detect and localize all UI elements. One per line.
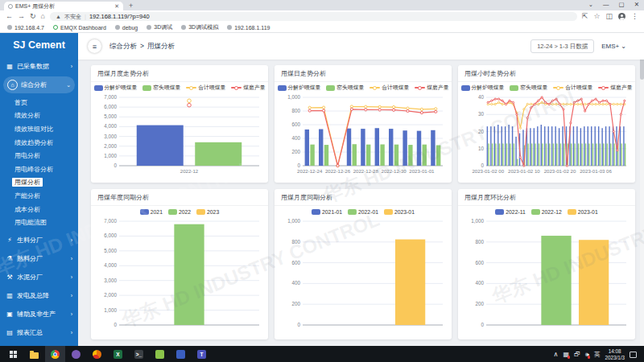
sidebar-item-capacity[interactable]: 产能分析 xyxy=(0,189,78,203)
window-close-icon[interactable]: ✕ xyxy=(634,1,639,8)
sidebar-submenu: 首页 绩效分析 绩效班组对比 绩效趋势分析 用电分析 用电峰谷分析 用煤分析 产… xyxy=(0,94,78,231)
bookmark-item[interactable]: 3D调试 xyxy=(147,23,172,31)
notification-center-icon[interactable] xyxy=(630,352,637,358)
legend-item[interactable]: 窑头喂煤量 xyxy=(326,84,364,92)
chart-canvas[interactable]: 02004006008001,000 xyxy=(462,217,631,335)
tray-display-icon[interactable]: 🗗 xyxy=(574,352,580,358)
profile-avatar[interactable] xyxy=(618,13,625,20)
sidebar-item-team-compare[interactable]: 绩效班组对比 xyxy=(0,122,78,136)
legend-item[interactable]: 2023-01 xyxy=(384,209,415,215)
sidebar-item-collected-data[interactable]: ▦ 已采集数据 › xyxy=(0,57,78,76)
system-tray: ∧ ▦ 🗗 🕪 英 14:08 2023/1/3 xyxy=(554,348,641,360)
page-scrollbar[interactable] xyxy=(640,33,644,346)
excel-button[interactable]: X xyxy=(108,346,128,362)
home-icon[interactable]: ⌂ xyxy=(41,13,45,20)
browser-tab[interactable]: EMS+ 用煤分析 ✕ xyxy=(4,2,123,10)
bookmark-item[interactable]: 192.168.1.119 xyxy=(227,25,270,31)
user-dropdown[interactable]: EMS+ ⌄ xyxy=(601,43,626,50)
sidebar-item-performance-trend[interactable]: 绩效趋势分析 xyxy=(0,136,78,150)
browser-tabstrip: EMS+ 用煤分析 ✕ + ⌄ — ▢ ✕ xyxy=(0,0,644,10)
side-panel-icon[interactable]: ◫ xyxy=(605,13,613,20)
chart-canvas[interactable]: 01,0002,0003,0004,0005,0006,0007,0002022… xyxy=(95,93,264,175)
legend-item[interactable]: 煤磨产量 xyxy=(598,84,632,92)
legend-item[interactable]: 分解炉喂煤量 xyxy=(461,84,505,92)
sidebar-item-clinker-plant[interactable]: ⚗熟料分厂› xyxy=(0,249,78,268)
sidebar-item-power-generation[interactable]: ▥发电及总降› xyxy=(0,286,78,305)
legend-item[interactable]: 2021-01 xyxy=(312,209,342,215)
sidebar-item-energy-flow[interactable]: 用电能流图 xyxy=(0,216,78,229)
legend-item[interactable]: 分解炉喂煤量 xyxy=(94,84,138,92)
ime-indicator[interactable]: 英 xyxy=(594,351,601,359)
bookmark-item[interactable]: debug xyxy=(115,25,138,31)
tray-expand-icon[interactable]: ∧ xyxy=(554,352,559,358)
browser-menu-icon[interactable]: ⋮ xyxy=(631,13,638,20)
sidebar-item-auxiliary[interactable]: ▣辅助及非生产› xyxy=(0,305,78,323)
legend-item[interactable]: 窑头喂煤量 xyxy=(510,84,547,92)
main-area: ≡ 综合分析 > 用煤分析 12-24 > 1-3 日数据 EMS+ ⌄ 用煤月… xyxy=(78,33,644,346)
sidebar-item-comprehensive-analysis[interactable]: ⌂ 综合分析 ⌄ xyxy=(3,76,75,93)
legend-item[interactable]: 分解炉喂煤量 xyxy=(278,84,321,92)
window-minimize-icon[interactable]: — xyxy=(603,1,609,8)
tray-volume-icon[interactable]: 🕪 xyxy=(585,352,589,358)
globe-icon xyxy=(147,25,151,30)
sidebar-item-cost[interactable]: 成本分析 xyxy=(0,203,78,216)
sidebar-item-raw-material-plant[interactable]: ⚡生料分厂› xyxy=(0,231,78,249)
svg-text:400: 400 xyxy=(291,135,300,141)
sidebar-item-cement-plant[interactable]: ⚒水泥分厂› xyxy=(0,268,78,286)
share-icon[interactable]: ⇱ xyxy=(582,13,588,20)
new-tab-button[interactable]: + xyxy=(129,2,133,10)
legend-item[interactable]: 2022-01 xyxy=(348,209,378,215)
chart-canvas[interactable]: 0102030402023-01-02 002023-01-02 102023-… xyxy=(462,93,631,175)
tray-app-icon[interactable]: ▦ xyxy=(563,352,569,358)
sidebar-item-power-analysis[interactable]: 用电分析 xyxy=(0,149,78,162)
chart-legend: 2021-012022-012023-01 xyxy=(275,206,452,217)
start-button[interactable] xyxy=(3,346,23,362)
not-secure-label[interactable]: 不安全 xyxy=(64,13,81,21)
tab-close-icon[interactable]: ✕ xyxy=(114,3,119,10)
sidebar-item-report-summary[interactable]: ▤报表汇总› xyxy=(0,323,78,342)
legend-item[interactable]: 合计喂煤量 xyxy=(553,84,592,92)
app-button-blue[interactable] xyxy=(171,346,191,362)
url-input[interactable]: ▲ 不安全 | 192.168.1.119/?p=940 xyxy=(50,12,577,21)
legend-item[interactable]: 2021 xyxy=(140,209,163,215)
editor-button[interactable] xyxy=(150,346,170,362)
legend-item[interactable]: 2023 xyxy=(196,209,219,215)
date-range-button[interactable]: 12-24 > 1-3 日数据 xyxy=(530,39,594,53)
bookmark-star-icon[interactable]: ☆ xyxy=(593,13,600,20)
legend-item[interactable]: 合计喂煤量 xyxy=(186,84,225,92)
forward-icon[interactable]: → xyxy=(18,13,25,20)
menu-collapse-button[interactable]: ≡ xyxy=(88,39,101,53)
taskbar-clock[interactable]: 14:08 2023/1/3 xyxy=(605,348,625,360)
legend-item[interactable]: 窑头喂煤量 xyxy=(142,84,180,92)
chart-canvas[interactable]: 02004006008001,000 xyxy=(279,217,448,335)
sidebar-item-peak-valley[interactable]: 用电峰谷分析 xyxy=(0,162,78,176)
app-button-purple[interactable] xyxy=(66,346,86,362)
legend-label: 合计喂煤量 xyxy=(198,84,225,92)
terminal-button[interactable]: >_ xyxy=(129,346,149,362)
window-maximize-icon[interactable]: ▢ xyxy=(619,1,625,8)
legend-item[interactable]: 煤磨产量 xyxy=(231,84,265,92)
back-icon[interactable]: ← xyxy=(6,13,13,20)
window-menu-icon[interactable]: ⌄ xyxy=(588,1,593,8)
bookmark-item[interactable]: EMQX Dashboard xyxy=(53,25,106,31)
app-button-camera[interactable] xyxy=(87,346,107,362)
breadcrumb-parent[interactable]: 综合分析 xyxy=(109,42,137,51)
bookmark-item[interactable]: 3D调试模拟 xyxy=(181,23,218,31)
chart-canvas[interactable]: 02004006008001,0002022-12-242022-12-2620… xyxy=(279,93,448,175)
teams-button[interactable]: T xyxy=(192,346,212,362)
legend-item[interactable]: 2022-12 xyxy=(531,209,562,215)
sidebar-item-coal-analysis[interactable]: 用煤分析 xyxy=(0,176,78,190)
bookmark-item[interactable]: 192.168.4.7 xyxy=(7,25,44,31)
legend-item[interactable]: 合计喂煤量 xyxy=(369,84,409,92)
sidebar-item-performance[interactable]: 绩效分析 xyxy=(0,109,78,123)
legend-item[interactable]: 2023-01 xyxy=(568,209,598,215)
legend-item[interactable]: 2022 xyxy=(168,209,191,215)
legend-item[interactable]: 2022-11 xyxy=(495,209,525,215)
sidebar-item-home[interactable]: 首页 xyxy=(0,96,78,109)
file-explorer-button[interactable] xyxy=(24,346,44,362)
chrome-button[interactable] xyxy=(45,346,65,362)
legend-label: 煤磨产量 xyxy=(243,84,265,92)
legend-item[interactable]: 煤磨产量 xyxy=(415,84,448,92)
reload-icon[interactable]: ↻ xyxy=(30,13,36,20)
chart-canvas[interactable]: 01,0002,0003,0004,0005,0006,0007,000 xyxy=(95,217,264,335)
